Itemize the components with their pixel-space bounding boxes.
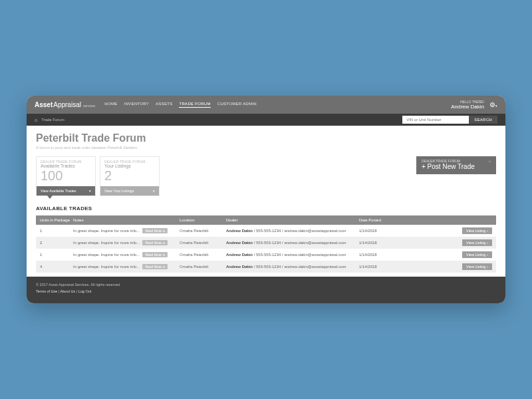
th-notes: Notes	[73, 218, 180, 222]
table-row: 1In great shape. Inquire for more info..…	[36, 249, 496, 261]
th-date: Date Posted	[359, 218, 406, 222]
cards-row: DEALER TRADE FORUM Available Trades 100 …	[36, 156, 496, 196]
view-listing-button[interactable]: View Listing›	[462, 251, 492, 258]
section-title: AVAILABLE TRADES	[36, 205, 496, 211]
cell-notes: In great shape. Inquire for more info...…	[73, 240, 180, 245]
home-icon[interactable]: ⌂	[35, 118, 37, 122]
logo-bold: Asset	[35, 101, 53, 108]
cell-date: 1/14/2018	[359, 241, 406, 245]
card-value: 100	[37, 168, 95, 186]
cell-date: 1/14/2018	[359, 253, 406, 257]
table-row: 2In great shape. Inquire for more info..…	[36, 237, 496, 249]
content: Peterbilt Trade Forum A forum to post an…	[27, 126, 505, 277]
search-button[interactable]: SEARCH	[469, 116, 497, 124]
cell-dealer: Andrew Dakin / 555-555-1234 / andrew.dak…	[226, 265, 359, 269]
th-dealer: Dealer	[226, 218, 359, 222]
cell-dealer: Andrew Dakin / 555-555-1234 / andrew.dak…	[226, 241, 359, 245]
logo-light: Appraisal	[53, 101, 81, 108]
card-btn-label: View Your Listings	[104, 189, 134, 193]
footer-link-logout[interactable]: Log Out	[78, 289, 92, 293]
home-icon: ⌂	[489, 159, 491, 163]
chevron-right-icon: ›	[487, 229, 488, 233]
post-label: + Post New Trade	[422, 163, 491, 170]
cell-location: Omaha Peterbilt	[180, 265, 226, 269]
cell-units: 1	[40, 253, 73, 257]
read-more-button[interactable]: Read More ⧉	[142, 228, 168, 233]
cell-units: 1	[40, 229, 73, 233]
cell-dealer: Andrew Dakin / 555-555-1234 / andrew.dak…	[226, 229, 359, 233]
chevron-right-icon: ›	[487, 253, 488, 257]
footer: © 2017 Asset Appraisal Services. All rig…	[27, 277, 505, 303]
nav-inventory[interactable]: INVENTORY	[124, 102, 150, 108]
view-available-trades-button[interactable]: View Available Trades ▾	[37, 186, 95, 196]
post-new-trade-button[interactable]: DEALER TRADE FORUM ⌂ + Post New Trade	[416, 156, 496, 174]
app-window: AssetAppraisal services HOME INVENTORY A…	[27, 96, 505, 303]
logo-sub: services	[83, 104, 95, 108]
logo: AssetAppraisal services	[35, 101, 95, 108]
view-listing-button[interactable]: View Listing›	[462, 263, 492, 270]
primary-nav: HOME INVENTORY ASSETS TRADE FORUM CUSTOM…	[104, 102, 257, 108]
greeting-name: Andrew Dakin	[451, 104, 484, 110]
cell-dealer: Andrew Dakin / 555-555-1234 / andrew.dak…	[226, 253, 359, 257]
table-header: Units in Package Notes Location Dealer D…	[36, 215, 496, 225]
view-listing-button[interactable]: View Listing›	[462, 239, 492, 246]
external-link-icon: ⧉	[162, 265, 165, 269]
cell-notes: In great shape. Inquire for more info...…	[73, 264, 180, 269]
page-title: Peterbilt Trade Forum	[36, 132, 496, 144]
cell-location: Omaha Peterbilt	[180, 229, 226, 233]
th-units: Units in Package	[40, 218, 73, 222]
nav-customer-admin[interactable]: CUSTOMER ADMIN	[217, 102, 257, 108]
read-more-button[interactable]: Read More ⧉	[142, 252, 168, 257]
view-your-listings-button[interactable]: View Your Listings ▾	[100, 186, 159, 196]
nav-assets[interactable]: ASSETS	[156, 102, 172, 108]
nav-trade-forum[interactable]: TRADE FORUM	[179, 102, 210, 108]
chevron-down-icon: ▾	[89, 189, 91, 193]
th-location: Location	[180, 218, 226, 222]
cell-units: 2	[40, 241, 73, 245]
chevron-down-icon: ▾	[153, 189, 155, 193]
breadcrumb: Trade Forum	[41, 118, 64, 122]
user-greeting: HELLO THERE! Andrew Dakin	[451, 100, 484, 110]
search-input[interactable]	[402, 116, 469, 124]
cell-notes: In great shape. Inquire for more info...…	[73, 228, 180, 233]
gear-icon[interactable]: ⚙▾	[489, 101, 497, 108]
cell-location: Omaha Peterbilt	[180, 241, 226, 245]
table-row: 4In great shape. Inquire for more info..…	[36, 261, 496, 273]
cell-location: Omaha Peterbilt	[180, 253, 226, 257]
chevron-right-icon: ›	[487, 241, 488, 245]
table-row: 1In great shape. Inquire for more info..…	[36, 225, 496, 237]
chevron-right-icon: ›	[487, 265, 488, 269]
footer-copyright: © 2017 Asset Appraisal Services. All rig…	[36, 282, 496, 289]
view-listing-button[interactable]: View Listing›	[462, 227, 492, 234]
trades-table: Units in Package Notes Location Dealer D…	[36, 215, 496, 273]
card-value: 2	[100, 168, 159, 186]
footer-link-about[interactable]: About Us	[61, 289, 76, 293]
card-btn-label: View Available Trades	[41, 189, 76, 193]
card-label: Your Listings	[104, 164, 155, 168]
cell-date: 1/14/2018	[359, 265, 406, 269]
card-label: Available Trades	[41, 164, 91, 168]
cell-units: 4	[40, 265, 73, 269]
read-more-button[interactable]: Read More ⧉	[142, 264, 168, 269]
read-more-button[interactable]: Read More ⧉	[142, 240, 168, 245]
external-link-icon: ⧉	[162, 253, 165, 257]
subbar: ⌂ Trade Forum SEARCH	[27, 114, 505, 126]
footer-link-terms[interactable]: Terms of Use	[36, 289, 57, 293]
external-link-icon: ⧉	[162, 229, 165, 233]
cell-date: 1/14/2018	[359, 229, 406, 233]
th-actions	[406, 218, 492, 222]
nav-home[interactable]: HOME	[104, 102, 117, 108]
topbar: AssetAppraisal services HOME INVENTORY A…	[27, 96, 505, 114]
external-link-icon: ⧉	[162, 241, 165, 245]
cell-notes: In great shape. Inquire for more info...…	[73, 252, 180, 257]
card-available-trades: DEALER TRADE FORUM Available Trades 100 …	[36, 156, 96, 196]
card-your-listings: DEALER TRADE FORUM Your Listings 2 View …	[100, 156, 160, 196]
page-subtitle: A forum to post and trade units between …	[36, 146, 496, 150]
